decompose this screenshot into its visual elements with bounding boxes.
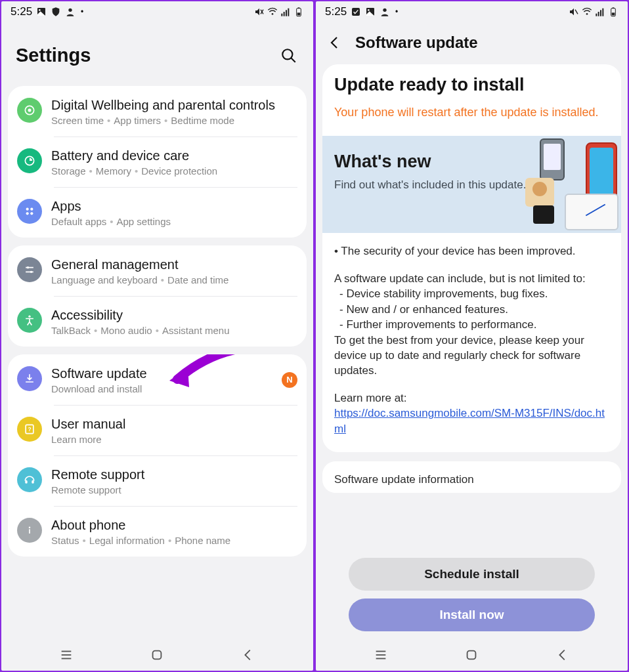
svg-rect-12: [297, 12, 301, 15]
more-icon: •: [394, 7, 399, 16]
home-button[interactable]: [147, 645, 167, 665]
clock: 5:25: [325, 5, 347, 18]
settings-item-battery[interactable]: Battery and device careStorage•Memory•De…: [8, 136, 307, 187]
include-item-3: - Further improvements to performance.: [334, 317, 609, 332]
navigation-bar: [316, 639, 628, 671]
navigation-bar: [1, 639, 313, 671]
svg-point-25: [30, 271, 32, 273]
svg-rect-29: [25, 480, 27, 484]
svg-rect-44: [598, 12, 599, 16]
settings-item-manual[interactable]: ?User manualLearn more: [8, 405, 307, 455]
general-icon: [17, 257, 42, 282]
learn-more-label: Learn more at:: [334, 392, 407, 404]
search-button[interactable]: [279, 46, 299, 66]
devices-illustration: [513, 138, 618, 230]
svg-point-26: [28, 316, 30, 318]
notification-badge: N: [282, 372, 297, 388]
settings-item-about[interactable]: About phoneStatus•Legal information•Phon…: [8, 506, 307, 556]
whats-new-banner[interactable]: What's new Find out what's included in t…: [322, 136, 621, 233]
update-body-card: Update ready to install Your phone will …: [322, 64, 621, 452]
settings-item-subtitle: Status•Legal information•Phone name: [51, 535, 297, 546]
settings-item-title: Battery and device care: [51, 147, 297, 164]
signal-icon: [280, 7, 291, 17]
settings-item-title: Accessibility: [51, 306, 297, 324]
update-info-title: Software update information: [334, 473, 474, 486]
svg-rect-45: [600, 10, 601, 16]
update-ready-title: Update ready to install: [334, 75, 609, 95]
settings-item-apps[interactable]: AppsDefault apps•App settings: [8, 187, 307, 238]
software-icon: [17, 366, 42, 391]
wifi-icon: [267, 7, 278, 17]
settings-item-subtitle: TalkBack•Mono audio•Assistant menu: [51, 325, 297, 336]
settings-item-subtitle: Storage•Memory•Device protection: [51, 165, 297, 177]
settings-item-subtitle: Language and keyboard•Date and time: [51, 274, 297, 285]
svg-point-5: [272, 13, 274, 15]
mute-icon: [569, 7, 579, 17]
person-icon: [65, 7, 76, 17]
svg-point-20: [26, 212, 29, 215]
svg-rect-8: [286, 10, 287, 16]
update-description: • The security of your device has been i…: [322, 233, 621, 452]
settings-item-title: Digital Wellbeing and parental controls: [51, 96, 297, 114]
settings-item-general[interactable]: General managementLanguage and keyboard•…: [8, 245, 307, 296]
battery-icon: [17, 148, 42, 173]
clock: 5:25: [11, 5, 32, 18]
back-button[interactable]: [325, 33, 345, 52]
battery-icon: [293, 7, 304, 17]
svg-rect-9: [288, 9, 289, 16]
svg-point-18: [26, 208, 29, 211]
svg-point-23: [27, 266, 29, 268]
battery-icon: [608, 7, 618, 17]
svg-rect-30: [32, 480, 33, 484]
remote-icon: [17, 467, 42, 492]
page-title: Software update: [355, 33, 478, 52]
security-bullet: • The security of your device has been i…: [334, 243, 609, 259]
mute-icon: [254, 7, 265, 17]
update-info-card[interactable]: Software update information: [322, 461, 621, 493]
settings-item-remote[interactable]: Remote supportRemote support: [8, 455, 307, 506]
schedule-install-button[interactable]: Schedule install: [349, 558, 595, 591]
status-bar: 5:25 •: [1, 1, 313, 21]
install-now-button[interactable]: Install now: [349, 598, 595, 631]
restart-warning: Your phone will restart after the update…: [334, 104, 609, 120]
settings-group: Software updateDownload and installN?Use…: [8, 354, 307, 556]
settings-item-subtitle: Download and install: [51, 383, 272, 394]
include-intro: A software update can include, but is no…: [334, 271, 609, 286]
svg-rect-6: [281, 14, 282, 16]
chevron-left-icon: [327, 35, 343, 51]
settings-item-subtitle: Screen time•App timers•Bedtime mode: [51, 115, 297, 126]
svg-rect-48: [613, 7, 615, 8]
update-header: Software update: [316, 21, 628, 64]
settings-item-title: Software update: [51, 365, 272, 382]
accessibility-icon: [17, 308, 42, 333]
search-icon: [280, 47, 297, 64]
svg-point-2: [68, 9, 72, 12]
svg-point-16: [28, 109, 32, 112]
settings-group: General managementLanguage and keyboard•…: [8, 245, 307, 346]
back-button[interactable]: [553, 645, 573, 665]
svg-point-31: [29, 527, 31, 529]
settings-item-accessibility[interactable]: AccessibilityTalkBack•Mono audio•Assista…: [8, 296, 307, 346]
svg-line-14: [291, 58, 295, 62]
recents-button[interactable]: [371, 645, 391, 665]
about-icon: [17, 518, 42, 543]
settings-item-subtitle: Learn more: [51, 434, 297, 445]
settings-item-wellbeing[interactable]: Digital Wellbeing and parental controlsS…: [8, 86, 307, 136]
settings-item-software[interactable]: Software updateDownload and installN: [8, 354, 307, 405]
software-update-screen: 5:25 • Software update Update ready to i…: [316, 1, 628, 671]
svg-rect-46: [602, 9, 603, 16]
back-button[interactable]: [238, 645, 258, 665]
page-title: Settings: [16, 45, 91, 66]
learn-more-link[interactable]: https://doc.samsungmobile.com/SM-M315F/I…: [334, 407, 605, 434]
svg-rect-32: [29, 529, 30, 534]
svg-line-41: [575, 10, 578, 14]
image-icon: [365, 7, 376, 17]
svg-point-13: [282, 49, 292, 59]
home-button[interactable]: [462, 645, 481, 665]
settings-item-title: Apps: [51, 198, 297, 215]
svg-rect-36: [153, 651, 162, 660]
recents-button[interactable]: [56, 645, 76, 665]
svg-point-39: [368, 9, 370, 11]
svg-point-1: [39, 9, 41, 11]
wifi-icon: [582, 7, 592, 17]
